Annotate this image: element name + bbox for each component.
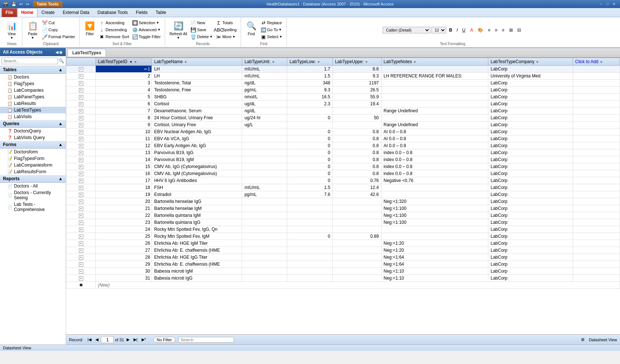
ribbon-tab-create[interactable]: Create xyxy=(37,8,59,17)
expand-plus-icon[interactable]: + xyxy=(79,67,83,72)
sidebar-item-labtests-comp[interactable]: 📄 Lab Tests - Comprehensive xyxy=(0,201,66,213)
cell-unit[interactable] xyxy=(242,247,287,254)
cell-low[interactable] xyxy=(287,205,333,212)
expand-cell[interactable]: + xyxy=(66,149,96,156)
cell-company[interactable]: LabCorp xyxy=(488,128,573,135)
italic-btn[interactable]: I xyxy=(455,27,460,33)
cell-id[interactable]: 18 xyxy=(96,184,152,191)
cell-notes[interactable]: Neg:<1:320 xyxy=(381,198,488,205)
expand-plus-icon[interactable]: + xyxy=(79,241,83,246)
cell-company[interactable]: LabCorp xyxy=(488,233,573,240)
cell-low[interactable] xyxy=(287,247,333,254)
sidebar-item-doctors-all[interactable]: 📄 Doctors - All xyxy=(0,183,66,189)
cut-btn[interactable]: ✂️ Cut xyxy=(41,19,76,26)
cell-id[interactable]: 20 xyxy=(96,198,152,205)
expand-plus-icon[interactable]: + xyxy=(79,144,83,148)
cell-name[interactable]: CMV Ab, IgG (Cytomegalovirus) xyxy=(152,163,242,170)
col-labtypelow-header[interactable]: LabTypeLow: ▼ xyxy=(287,58,333,66)
cell-id[interactable]: 15 xyxy=(96,163,152,170)
cell-notes[interactable]: index 0.0 – 0.8 xyxy=(381,156,488,163)
sidebar-item-labtesttypes[interactable]: 📋 LabTestTypes xyxy=(0,107,66,113)
cell-unit[interactable]: nmol/L xyxy=(242,94,287,101)
new-record-btn[interactable]: 📄 New xyxy=(189,19,214,26)
cell-company[interactable]: LabCorp xyxy=(488,275,573,282)
expand-plus-icon[interactable]: + xyxy=(79,95,83,99)
cell-notes[interactable]: index 0.0 – 0.8 xyxy=(381,163,488,170)
cell-name[interactable]: Testosterone, Total xyxy=(152,80,242,87)
col-clicktoadd-header[interactable]: Click to Add ▼ xyxy=(573,58,620,66)
save-btn[interactable]: 💾 Save xyxy=(189,26,214,33)
cell-high[interactable] xyxy=(333,261,381,268)
cell-high[interactable]: 26.5 xyxy=(333,87,381,94)
more-btn[interactable]: ≫ More ▼ xyxy=(215,33,238,40)
cell-name[interactable]: SHBG xyxy=(152,94,242,101)
cell-company[interactable]: LabCorp xyxy=(488,163,573,170)
expand-cell[interactable]: + xyxy=(66,268,96,275)
cell-low[interactable] xyxy=(287,121,333,128)
table-container[interactable]: LabTestTypeID ▼ ▼ LabTypeName ▼ LabTypeU… xyxy=(66,58,620,334)
sidebar-pin-btn[interactable]: ◉ xyxy=(59,50,63,55)
cell-unit[interactable]: ug/dL xyxy=(242,101,287,108)
cell-id[interactable]: 12 xyxy=(96,142,152,149)
delete-btn[interactable]: 🗑️ Delete ▼ xyxy=(189,33,214,40)
cell-unit[interactable] xyxy=(242,170,287,177)
align-left-btn[interactable]: ≡ xyxy=(486,27,492,33)
cell-high[interactable] xyxy=(333,219,381,226)
font-size-select[interactable]: 11 xyxy=(431,27,446,33)
cell-id[interactable]: 10 xyxy=(96,128,152,135)
bold-btn[interactable]: B xyxy=(447,27,454,33)
sidebar-search-input[interactable] xyxy=(1,58,58,64)
expand-cell[interactable]: + xyxy=(66,275,96,282)
cell-low[interactable] xyxy=(287,108,333,114)
cell-notes[interactable] xyxy=(381,87,488,94)
col-labtesttypecompany-header[interactable]: LabTestTypeCompany ▼ xyxy=(488,58,573,66)
ribbon-tab-dbtools[interactable]: Database Tools xyxy=(94,8,132,17)
expand-plus-icon[interactable]: + xyxy=(79,234,83,239)
cell-id[interactable]: 30 xyxy=(96,268,152,275)
cell-name[interactable]: Ehrlichia Ab: HGE IgM Titer xyxy=(152,240,242,247)
cell-unit[interactable] xyxy=(242,156,287,163)
cell-company[interactable]: LabCorp xyxy=(488,170,573,177)
cell-name[interactable]: Bartonella quintana IgG xyxy=(152,219,242,226)
expand-plus-icon[interactable]: + xyxy=(79,137,83,141)
cell-company[interactable]: LabCorp xyxy=(488,142,573,149)
expand-cell[interactable]: + xyxy=(66,184,96,191)
cell-high[interactable] xyxy=(333,212,381,219)
cell-low[interactable] xyxy=(287,268,333,275)
cell-high[interactable]: 0.8 xyxy=(333,163,381,170)
sidebar-item-doctors-current[interactable]: 📄 Doctors - Currently Seeing xyxy=(0,189,66,201)
cell-unit[interactable] xyxy=(242,128,287,135)
cell-low[interactable]: 0 xyxy=(287,233,333,240)
cell-low[interactable] xyxy=(287,261,333,268)
cell-low[interactable]: 0 xyxy=(287,142,333,149)
cell-company[interactable]: LabCorp xyxy=(488,212,573,219)
cell-company[interactable]: LabCorp xyxy=(488,149,573,156)
filter-icon-low[interactable]: ▼ xyxy=(317,60,320,64)
cell-unit[interactable] xyxy=(242,261,287,268)
cell-id[interactable]: 23 xyxy=(96,219,152,226)
cell-notes[interactable] xyxy=(381,233,488,240)
cell-name[interactable]: HHV 6 IgG Antibodies xyxy=(152,177,242,184)
ribbon-tab-home[interactable]: Home xyxy=(17,8,37,17)
cell-high[interactable]: 19.4 xyxy=(333,101,381,108)
cell-high[interactable] xyxy=(333,275,381,282)
cell-notes[interactable] xyxy=(381,191,488,198)
cell-name[interactable]: Parvovirus B19, IgG xyxy=(152,149,242,156)
cell-unit[interactable] xyxy=(242,149,287,156)
cell-id[interactable]: 11 xyxy=(96,135,152,142)
cell-company[interactable]: LabCorp xyxy=(488,156,573,163)
cell-high[interactable]: 12.4 xyxy=(333,184,381,191)
expand-cell[interactable]: + xyxy=(66,108,96,114)
goto-btn[interactable]: ➡️ Go To ▼ xyxy=(259,26,284,33)
cell-low[interactable]: 0 xyxy=(287,163,333,170)
cell-low[interactable] xyxy=(287,212,333,219)
cell-unit[interactable] xyxy=(242,177,287,184)
search-input[interactable] xyxy=(178,337,234,343)
cell-high[interactable] xyxy=(333,254,381,261)
grid-btn[interactable]: ⊞ xyxy=(507,27,515,33)
expand-cell[interactable]: + xyxy=(66,240,96,247)
align-right-btn[interactable]: ≡ xyxy=(500,27,506,33)
cell-notes[interactable]: Neg:<1:10 xyxy=(381,275,488,282)
minimize-btn[interactable]: ─ xyxy=(598,1,604,7)
expand-plus-icon[interactable]: + xyxy=(79,228,83,232)
